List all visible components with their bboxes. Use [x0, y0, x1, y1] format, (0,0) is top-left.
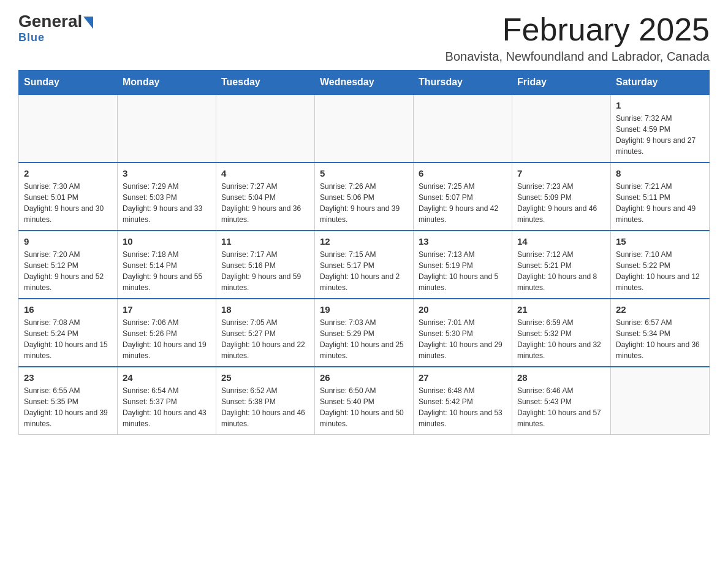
header-tuesday: Tuesday — [216, 71, 315, 95]
day-number: 22 — [616, 304, 704, 315]
calendar-cell: 10Sunrise: 7:18 AM Sunset: 5:14 PM Dayli… — [118, 231, 216, 299]
day-number: 19 — [320, 304, 408, 315]
calendar-title: February 2025 — [446, 12, 710, 47]
calendar-cell: 5Sunrise: 7:26 AM Sunset: 5:06 PM Daylig… — [315, 163, 414, 231]
calendar-cell — [315, 94, 414, 163]
calendar-cell: 6Sunrise: 7:25 AM Sunset: 5:07 PM Daylig… — [414, 163, 512, 231]
calendar-cell: 3Sunrise: 7:29 AM Sunset: 5:03 PM Daylig… — [118, 163, 216, 231]
day-info: Sunrise: 7:21 AM Sunset: 5:11 PM Dayligh… — [616, 181, 704, 225]
day-info: Sunrise: 6:57 AM Sunset: 5:34 PM Dayligh… — [616, 317, 704, 361]
calendar-cell: 11Sunrise: 7:17 AM Sunset: 5:16 PM Dayli… — [216, 231, 315, 299]
day-number: 14 — [517, 236, 605, 247]
title-block: February 2025 Bonavista, Newfoundland an… — [446, 12, 710, 64]
day-info: Sunrise: 7:10 AM Sunset: 5:22 PM Dayligh… — [616, 249, 704, 293]
day-number: 13 — [419, 236, 507, 247]
day-info: Sunrise: 7:12 AM Sunset: 5:21 PM Dayligh… — [517, 249, 605, 293]
day-info: Sunrise: 7:25 AM Sunset: 5:07 PM Dayligh… — [419, 181, 507, 225]
day-number: 10 — [123, 236, 211, 247]
day-info: Sunrise: 7:20 AM Sunset: 5:12 PM Dayligh… — [24, 249, 112, 293]
day-number: 23 — [24, 372, 112, 383]
header-friday: Friday — [512, 71, 611, 95]
day-number: 4 — [221, 168, 309, 178]
week-row-3: 9Sunrise: 7:20 AM Sunset: 5:12 PM Daylig… — [19, 231, 710, 299]
day-number: 7 — [517, 168, 605, 178]
calendar-cell: 12Sunrise: 7:15 AM Sunset: 5:17 PM Dayli… — [315, 231, 414, 299]
day-number: 24 — [123, 372, 211, 383]
day-number: 11 — [221, 236, 309, 247]
calendar-cell: 7Sunrise: 7:23 AM Sunset: 5:09 PM Daylig… — [512, 163, 611, 231]
header-sunday: Sunday — [19, 71, 118, 95]
calendar-cell — [19, 94, 118, 163]
day-number: 3 — [123, 168, 211, 178]
day-number: 8 — [616, 168, 704, 178]
calendar-cell: 21Sunrise: 6:59 AM Sunset: 5:32 PM Dayli… — [512, 299, 611, 367]
day-info: Sunrise: 6:59 AM Sunset: 5:32 PM Dayligh… — [517, 317, 605, 361]
calendar-cell: 24Sunrise: 6:54 AM Sunset: 5:37 PM Dayli… — [118, 367, 216, 435]
calendar-cell — [611, 367, 710, 435]
week-row-5: 23Sunrise: 6:55 AM Sunset: 5:35 PM Dayli… — [19, 367, 710, 435]
day-info: Sunrise: 7:18 AM Sunset: 5:14 PM Dayligh… — [123, 249, 211, 293]
day-info: Sunrise: 7:17 AM Sunset: 5:16 PM Dayligh… — [221, 249, 309, 293]
day-number: 9 — [24, 236, 112, 247]
calendar-cell: 8Sunrise: 7:21 AM Sunset: 5:11 PM Daylig… — [611, 163, 710, 231]
calendar-cell: 26Sunrise: 6:50 AM Sunset: 5:40 PM Dayli… — [315, 367, 414, 435]
logo: General Blue — [18, 12, 93, 44]
day-number: 12 — [320, 236, 408, 247]
day-number: 27 — [419, 372, 507, 383]
day-number: 18 — [221, 304, 309, 315]
day-number: 28 — [517, 372, 605, 383]
calendar-cell: 28Sunrise: 6:46 AM Sunset: 5:43 PM Dayli… — [512, 367, 611, 435]
day-info: Sunrise: 7:26 AM Sunset: 5:06 PM Dayligh… — [320, 181, 408, 225]
header-wednesday: Wednesday — [315, 71, 414, 95]
day-info: Sunrise: 6:48 AM Sunset: 5:42 PM Dayligh… — [419, 385, 507, 429]
logo-sub: Blue — [18, 31, 45, 44]
day-number: 2 — [24, 168, 112, 178]
day-info: Sunrise: 7:29 AM Sunset: 5:03 PM Dayligh… — [123, 181, 211, 225]
day-number: 1 — [616, 100, 704, 110]
logo-main: General — [18, 12, 93, 31]
week-row-1: 1Sunrise: 7:32 AM Sunset: 4:59 PM Daylig… — [19, 94, 710, 163]
calendar-cell: 20Sunrise: 7:01 AM Sunset: 5:30 PM Dayli… — [414, 299, 512, 367]
week-row-4: 16Sunrise: 7:08 AM Sunset: 5:24 PM Dayli… — [19, 299, 710, 367]
day-info: Sunrise: 7:27 AM Sunset: 5:04 PM Dayligh… — [221, 181, 309, 225]
calendar-cell: 13Sunrise: 7:13 AM Sunset: 5:19 PM Dayli… — [414, 231, 512, 299]
header-saturday: Saturday — [611, 71, 710, 95]
page-header: General Blue February 2025 Bonavista, Ne… — [18, 12, 710, 64]
day-number: 6 — [419, 168, 507, 178]
day-info: Sunrise: 6:54 AM Sunset: 5:37 PM Dayligh… — [123, 385, 211, 429]
calendar-table: SundayMondayTuesdayWednesdayThursdayFrid… — [18, 70, 710, 435]
calendar-cell: 25Sunrise: 6:52 AM Sunset: 5:38 PM Dayli… — [216, 367, 315, 435]
day-number: 16 — [24, 304, 112, 315]
calendar-cell: 9Sunrise: 7:20 AM Sunset: 5:12 PM Daylig… — [19, 231, 118, 299]
day-info: Sunrise: 6:55 AM Sunset: 5:35 PM Dayligh… — [24, 385, 112, 429]
day-number: 26 — [320, 372, 408, 383]
day-info: Sunrise: 7:32 AM Sunset: 4:59 PM Dayligh… — [616, 113, 704, 157]
header-monday: Monday — [118, 71, 216, 95]
calendar-subtitle: Bonavista, Newfoundland and Labrador, Ca… — [446, 50, 710, 64]
calendar-cell — [512, 94, 611, 163]
calendar-cell: 17Sunrise: 7:06 AM Sunset: 5:26 PM Dayli… — [118, 299, 216, 367]
calendar-cell: 14Sunrise: 7:12 AM Sunset: 5:21 PM Dayli… — [512, 231, 611, 299]
day-info: Sunrise: 6:52 AM Sunset: 5:38 PM Dayligh… — [221, 385, 309, 429]
calendar-cell — [118, 94, 216, 163]
day-info: Sunrise: 6:46 AM Sunset: 5:43 PM Dayligh… — [517, 385, 605, 429]
header-thursday: Thursday — [414, 71, 512, 95]
day-info: Sunrise: 7:13 AM Sunset: 5:19 PM Dayligh… — [419, 249, 507, 293]
calendar-cell: 1Sunrise: 7:32 AM Sunset: 4:59 PM Daylig… — [611, 94, 710, 163]
day-info: Sunrise: 7:03 AM Sunset: 5:29 PM Dayligh… — [320, 317, 408, 361]
day-info: Sunrise: 7:23 AM Sunset: 5:09 PM Dayligh… — [517, 181, 605, 225]
day-number: 20 — [419, 304, 507, 315]
day-number: 25 — [221, 372, 309, 383]
days-header-row: SundayMondayTuesdayWednesdayThursdayFrid… — [19, 71, 710, 95]
calendar-cell — [414, 94, 512, 163]
day-number: 21 — [517, 304, 605, 315]
day-info: Sunrise: 7:06 AM Sunset: 5:26 PM Dayligh… — [123, 317, 211, 361]
calendar-cell: 23Sunrise: 6:55 AM Sunset: 5:35 PM Dayli… — [19, 367, 118, 435]
calendar-cell: 15Sunrise: 7:10 AM Sunset: 5:22 PM Dayli… — [611, 231, 710, 299]
calendar-cell: 2Sunrise: 7:30 AM Sunset: 5:01 PM Daylig… — [19, 163, 118, 231]
day-info: Sunrise: 7:15 AM Sunset: 5:17 PM Dayligh… — [320, 249, 408, 293]
day-info: Sunrise: 7:08 AM Sunset: 5:24 PM Dayligh… — [24, 317, 112, 361]
week-row-2: 2Sunrise: 7:30 AM Sunset: 5:01 PM Daylig… — [19, 163, 710, 231]
day-number: 5 — [320, 168, 408, 178]
calendar-cell: 18Sunrise: 7:05 AM Sunset: 5:27 PM Dayli… — [216, 299, 315, 367]
